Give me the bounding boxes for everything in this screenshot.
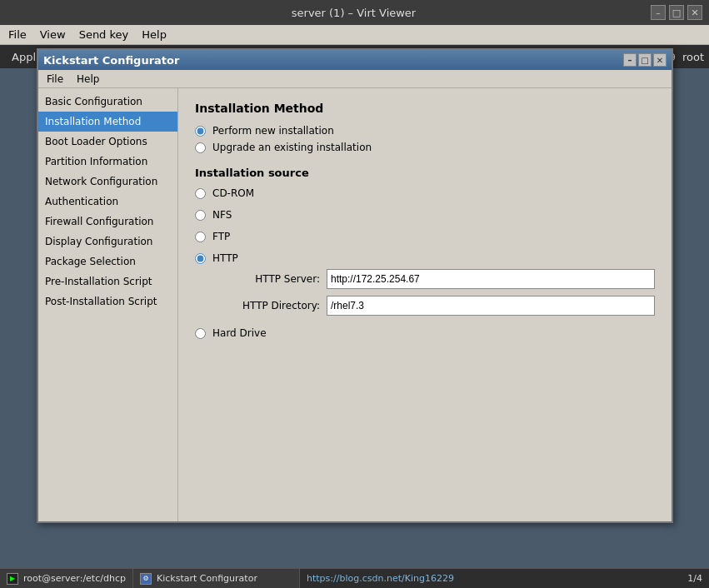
- outer-menu-file[interactable]: File: [3, 27, 32, 42]
- status-bar: ▶ root@server:/etc/dhcp ⚙ Kickstart Conf…: [0, 568, 709, 588]
- radio-hd-source[interactable]: [195, 328, 206, 339]
- outer-menu-bar: File View Send key Help: [0, 25, 709, 45]
- radio-nfs: NFS: [195, 209, 655, 221]
- radio-ftp: FTP: [195, 231, 655, 242]
- sidebar-item-installation-method[interactable]: Installation Method: [38, 112, 177, 132]
- radio-http-source[interactable]: [195, 253, 206, 264]
- http-dir-input[interactable]: [327, 296, 655, 316]
- sidebar: Basic Configuration Installation Method …: [38, 88, 178, 521]
- inner-window: Kickstart Configurator – □ ✕ File Help B…: [37, 48, 673, 523]
- radio-upgrade-installation[interactable]: [195, 142, 206, 153]
- http-dir-row: HTTP Directory:: [228, 296, 655, 316]
- app-menu-bar: File Help: [38, 70, 672, 88]
- outer-title-bar: server (1) – Virt Viewer – □ ✕: [0, 0, 709, 25]
- sidebar-item-boot-loader-options[interactable]: Boot Loader Options: [38, 132, 177, 152]
- sidebar-item-basic-configuration[interactable]: Basic Configuration: [38, 92, 177, 112]
- http-source-group: HTTP HTTP Server: HTTP Directory:: [195, 252, 655, 322]
- outer-minimize-button[interactable]: –: [651, 5, 666, 20]
- sidebar-item-pre-installation-script[interactable]: Pre-Installation Script: [38, 272, 177, 292]
- radio-nfs-label[interactable]: NFS: [212, 209, 232, 221]
- sidebar-item-authentication[interactable]: Authentication: [38, 192, 177, 212]
- http-server-label: HTTP Server:: [228, 273, 320, 285]
- install-method-heading: Installation Method: [195, 102, 655, 115]
- ks-icon: ⚙: [140, 573, 152, 585]
- taskbar-user: root: [682, 51, 704, 63]
- inner-window-title: Kickstart Configurator: [43, 54, 179, 67]
- sidebar-item-package-selection[interactable]: Package Selection: [38, 252, 177, 272]
- sidebar-item-display-configuration[interactable]: Display Configuration: [38, 232, 177, 252]
- main-panel: Installation Method Perform new installa…: [178, 88, 672, 521]
- status-ks-label: Kickstart Configurator: [157, 573, 257, 584]
- inner-title-bar: Kickstart Configurator – □ ✕: [38, 50, 672, 70]
- status-terminal[interactable]: ▶ root@server:/etc/dhcp: [0, 569, 133, 588]
- radio-http-label[interactable]: HTTP: [212, 252, 238, 264]
- http-server-row: HTTP Server:: [228, 269, 655, 289]
- radio-cdrom-label[interactable]: CD-ROM: [212, 187, 254, 199]
- radio-http: HTTP: [195, 252, 655, 264]
- sidebar-item-post-installation-script[interactable]: Post-Installation Script: [38, 292, 177, 311]
- content-area: Basic Configuration Installation Method …: [38, 88, 672, 521]
- sidebar-item-firewall-configuration[interactable]: Firewall Configuration: [38, 212, 177, 232]
- app-menu-help[interactable]: Help: [72, 72, 104, 86]
- radio-hd: Hard Drive: [195, 327, 655, 339]
- inner-minimize-button[interactable]: –: [623, 53, 637, 67]
- sidebar-item-partition-information[interactable]: Partition Information: [38, 152, 177, 172]
- install-source-heading: Installation source: [195, 167, 655, 179]
- outer-maximize-button[interactable]: □: [669, 5, 684, 20]
- app-menu-file[interactable]: File: [42, 72, 68, 86]
- status-url: https://blog.csdn.net/King16229: [300, 573, 681, 584]
- http-server-input[interactable]: [327, 269, 655, 289]
- terminal-icon: ▶: [7, 573, 18, 585]
- radio-new-installation[interactable]: [195, 126, 206, 137]
- outer-menu-view[interactable]: View: [35, 27, 71, 42]
- outer-window-title: server (1) – Virt Viewer: [57, 7, 651, 19]
- status-page: 1/4: [681, 573, 709, 584]
- radio-ftp-label[interactable]: FTP: [212, 231, 230, 242]
- radio-cdrom-source[interactable]: [195, 188, 206, 199]
- outer-window-controls: – □ ✕: [651, 5, 702, 20]
- radio-hd-label[interactable]: Hard Drive: [212, 327, 267, 339]
- outer-menu-help[interactable]: Help: [137, 27, 172, 42]
- radio-ftp-source[interactable]: [195, 232, 206, 242]
- inner-maximize-button[interactable]: □: [638, 53, 652, 67]
- sidebar-item-network-configuration[interactable]: Network Configuration: [38, 172, 177, 192]
- radio-new-installation-label[interactable]: Perform new installation: [212, 125, 334, 137]
- http-fields: HTTP Server: HTTP Directory:: [228, 269, 655, 316]
- outer-menu-sendkey[interactable]: Send key: [74, 27, 134, 42]
- radio-upgrade-installation-label[interactable]: Upgrade an existing installation: [212, 142, 372, 153]
- radio-cdrom: CD-ROM: [195, 187, 655, 199]
- status-ks[interactable]: ⚙ Kickstart Configurator: [133, 569, 300, 588]
- radio-upgrade: Upgrade an existing installation: [195, 142, 655, 153]
- http-dir-label: HTTP Directory:: [228, 300, 320, 311]
- status-terminal-label: root@server:/etc/dhcp: [23, 573, 126, 584]
- inner-window-controls: – □ ✕: [623, 53, 667, 67]
- inner-close-button[interactable]: ✕: [653, 53, 667, 67]
- outer-close-button[interactable]: ✕: [687, 5, 702, 20]
- radio-perform-new: Perform new installation: [195, 125, 655, 137]
- radio-nfs-source[interactable]: [195, 210, 206, 221]
